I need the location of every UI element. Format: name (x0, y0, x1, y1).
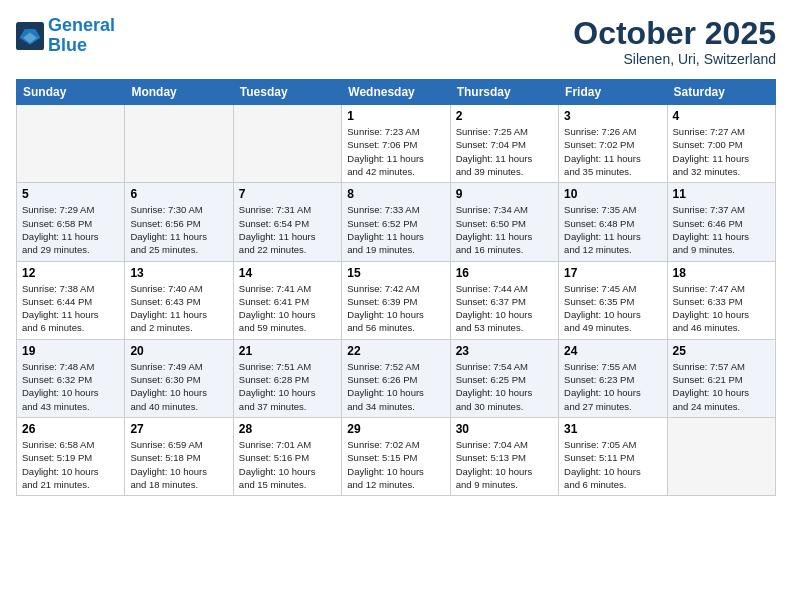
day-number: 17 (564, 266, 661, 280)
day-number: 16 (456, 266, 553, 280)
day-number: 7 (239, 187, 336, 201)
day-number: 30 (456, 422, 553, 436)
day-info: Sunrise: 7:38 AM Sunset: 6:44 PM Dayligh… (22, 282, 119, 335)
calendar-cell: 13Sunrise: 7:40 AM Sunset: 6:43 PM Dayli… (125, 261, 233, 339)
day-info: Sunrise: 7:23 AM Sunset: 7:06 PM Dayligh… (347, 125, 444, 178)
calendar-cell (233, 105, 341, 183)
day-number: 13 (130, 266, 227, 280)
calendar-week-row: 26Sunrise: 6:58 AM Sunset: 5:19 PM Dayli… (17, 417, 776, 495)
day-info: Sunrise: 7:48 AM Sunset: 6:32 PM Dayligh… (22, 360, 119, 413)
calendar-cell (125, 105, 233, 183)
col-header-tuesday: Tuesday (233, 80, 341, 105)
calendar-week-row: 12Sunrise: 7:38 AM Sunset: 6:44 PM Dayli… (17, 261, 776, 339)
calendar-cell: 16Sunrise: 7:44 AM Sunset: 6:37 PM Dayli… (450, 261, 558, 339)
day-info: Sunrise: 7:35 AM Sunset: 6:48 PM Dayligh… (564, 203, 661, 256)
logo: General Blue (16, 16, 115, 56)
month-title: October 2025 (573, 16, 776, 51)
day-number: 24 (564, 344, 661, 358)
day-info: Sunrise: 7:49 AM Sunset: 6:30 PM Dayligh… (130, 360, 227, 413)
calendar-cell: 6Sunrise: 7:30 AM Sunset: 6:56 PM Daylig… (125, 183, 233, 261)
page-header: General Blue October 2025 Silenen, Uri, … (16, 16, 776, 67)
day-number: 15 (347, 266, 444, 280)
day-info: Sunrise: 7:44 AM Sunset: 6:37 PM Dayligh… (456, 282, 553, 335)
calendar-cell: 10Sunrise: 7:35 AM Sunset: 6:48 PM Dayli… (559, 183, 667, 261)
day-number: 29 (347, 422, 444, 436)
day-number: 26 (22, 422, 119, 436)
day-info: Sunrise: 7:02 AM Sunset: 5:15 PM Dayligh… (347, 438, 444, 491)
day-number: 12 (22, 266, 119, 280)
day-info: Sunrise: 7:54 AM Sunset: 6:25 PM Dayligh… (456, 360, 553, 413)
calendar-cell: 24Sunrise: 7:55 AM Sunset: 6:23 PM Dayli… (559, 339, 667, 417)
day-info: Sunrise: 7:27 AM Sunset: 7:00 PM Dayligh… (673, 125, 770, 178)
day-info: Sunrise: 6:58 AM Sunset: 5:19 PM Dayligh… (22, 438, 119, 491)
day-info: Sunrise: 7:45 AM Sunset: 6:35 PM Dayligh… (564, 282, 661, 335)
calendar-cell: 29Sunrise: 7:02 AM Sunset: 5:15 PM Dayli… (342, 417, 450, 495)
calendar-cell: 28Sunrise: 7:01 AM Sunset: 5:16 PM Dayli… (233, 417, 341, 495)
day-number: 6 (130, 187, 227, 201)
calendar-cell: 1Sunrise: 7:23 AM Sunset: 7:06 PM Daylig… (342, 105, 450, 183)
day-info: Sunrise: 7:05 AM Sunset: 5:11 PM Dayligh… (564, 438, 661, 491)
calendar-cell: 21Sunrise: 7:51 AM Sunset: 6:28 PM Dayli… (233, 339, 341, 417)
day-info: Sunrise: 7:37 AM Sunset: 6:46 PM Dayligh… (673, 203, 770, 256)
calendar-cell: 2Sunrise: 7:25 AM Sunset: 7:04 PM Daylig… (450, 105, 558, 183)
day-number: 23 (456, 344, 553, 358)
day-number: 5 (22, 187, 119, 201)
day-number: 31 (564, 422, 661, 436)
day-number: 1 (347, 109, 444, 123)
day-number: 25 (673, 344, 770, 358)
logo-icon (16, 22, 44, 50)
calendar-table: SundayMondayTuesdayWednesdayThursdayFrid… (16, 79, 776, 496)
calendar-cell: 3Sunrise: 7:26 AM Sunset: 7:02 PM Daylig… (559, 105, 667, 183)
day-info: Sunrise: 7:33 AM Sunset: 6:52 PM Dayligh… (347, 203, 444, 256)
calendar-cell: 18Sunrise: 7:47 AM Sunset: 6:33 PM Dayli… (667, 261, 775, 339)
col-header-friday: Friday (559, 80, 667, 105)
day-info: Sunrise: 7:26 AM Sunset: 7:02 PM Dayligh… (564, 125, 661, 178)
calendar-cell: 26Sunrise: 6:58 AM Sunset: 5:19 PM Dayli… (17, 417, 125, 495)
day-info: Sunrise: 7:41 AM Sunset: 6:41 PM Dayligh… (239, 282, 336, 335)
day-number: 22 (347, 344, 444, 358)
day-info: Sunrise: 7:52 AM Sunset: 6:26 PM Dayligh… (347, 360, 444, 413)
calendar-cell: 19Sunrise: 7:48 AM Sunset: 6:32 PM Dayli… (17, 339, 125, 417)
logo-text: General Blue (48, 16, 115, 56)
day-number: 20 (130, 344, 227, 358)
calendar-cell: 15Sunrise: 7:42 AM Sunset: 6:39 PM Dayli… (342, 261, 450, 339)
calendar-cell (667, 417, 775, 495)
day-info: Sunrise: 7:57 AM Sunset: 6:21 PM Dayligh… (673, 360, 770, 413)
calendar-cell: 5Sunrise: 7:29 AM Sunset: 6:58 PM Daylig… (17, 183, 125, 261)
location-subtitle: Silenen, Uri, Switzerland (573, 51, 776, 67)
calendar-cell (17, 105, 125, 183)
calendar-cell: 30Sunrise: 7:04 AM Sunset: 5:13 PM Dayli… (450, 417, 558, 495)
day-number: 19 (22, 344, 119, 358)
day-info: Sunrise: 7:04 AM Sunset: 5:13 PM Dayligh… (456, 438, 553, 491)
day-info: Sunrise: 7:30 AM Sunset: 6:56 PM Dayligh… (130, 203, 227, 256)
day-number: 4 (673, 109, 770, 123)
calendar-cell: 12Sunrise: 7:38 AM Sunset: 6:44 PM Dayli… (17, 261, 125, 339)
day-number: 8 (347, 187, 444, 201)
calendar-header-row: SundayMondayTuesdayWednesdayThursdayFrid… (17, 80, 776, 105)
calendar-cell: 7Sunrise: 7:31 AM Sunset: 6:54 PM Daylig… (233, 183, 341, 261)
day-info: Sunrise: 7:40 AM Sunset: 6:43 PM Dayligh… (130, 282, 227, 335)
day-info: Sunrise: 7:01 AM Sunset: 5:16 PM Dayligh… (239, 438, 336, 491)
col-header-thursday: Thursday (450, 80, 558, 105)
day-number: 27 (130, 422, 227, 436)
calendar-week-row: 5Sunrise: 7:29 AM Sunset: 6:58 PM Daylig… (17, 183, 776, 261)
day-info: Sunrise: 7:34 AM Sunset: 6:50 PM Dayligh… (456, 203, 553, 256)
calendar-week-row: 19Sunrise: 7:48 AM Sunset: 6:32 PM Dayli… (17, 339, 776, 417)
col-header-saturday: Saturday (667, 80, 775, 105)
day-info: Sunrise: 7:55 AM Sunset: 6:23 PM Dayligh… (564, 360, 661, 413)
title-block: October 2025 Silenen, Uri, Switzerland (573, 16, 776, 67)
calendar-cell: 9Sunrise: 7:34 AM Sunset: 6:50 PM Daylig… (450, 183, 558, 261)
day-number: 2 (456, 109, 553, 123)
day-number: 28 (239, 422, 336, 436)
day-info: Sunrise: 7:47 AM Sunset: 6:33 PM Dayligh… (673, 282, 770, 335)
calendar-week-row: 1Sunrise: 7:23 AM Sunset: 7:06 PM Daylig… (17, 105, 776, 183)
calendar-cell: 4Sunrise: 7:27 AM Sunset: 7:00 PM Daylig… (667, 105, 775, 183)
day-info: Sunrise: 7:31 AM Sunset: 6:54 PM Dayligh… (239, 203, 336, 256)
day-number: 18 (673, 266, 770, 280)
calendar-cell: 14Sunrise: 7:41 AM Sunset: 6:41 PM Dayli… (233, 261, 341, 339)
col-header-monday: Monday (125, 80, 233, 105)
day-number: 14 (239, 266, 336, 280)
col-header-sunday: Sunday (17, 80, 125, 105)
calendar-cell: 20Sunrise: 7:49 AM Sunset: 6:30 PM Dayli… (125, 339, 233, 417)
day-info: Sunrise: 7:29 AM Sunset: 6:58 PM Dayligh… (22, 203, 119, 256)
